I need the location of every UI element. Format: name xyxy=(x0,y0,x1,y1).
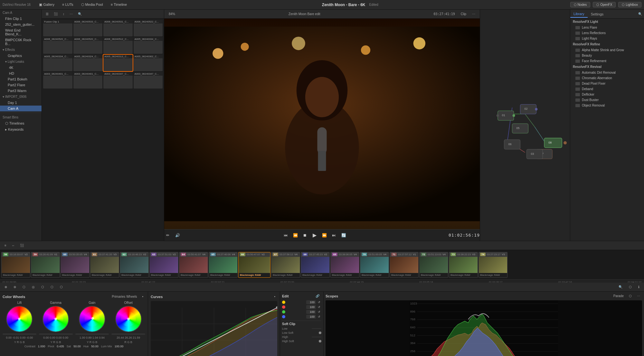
fx-alpha-matte[interactable]: Alpha Matte Shrink and Grow xyxy=(570,47,644,53)
color-tool-3[interactable]: ⬡ xyxy=(21,285,27,289)
clip-a003-3[interactable]: A003_06240347_C... xyxy=(103,72,133,89)
fx-light-rays[interactable]: Light Rays xyxy=(570,36,644,41)
tl-clip-65[interactable]: 65 03:27:40:06 V4 Blackmagic RAW xyxy=(209,252,238,278)
fx-object-removal[interactable]: Object Removal xyxy=(570,103,644,108)
fx-deband[interactable]: Deband xyxy=(570,86,644,92)
reset-r[interactable]: ↺ xyxy=(317,305,321,309)
sidebar-cam-a[interactable]: Cam A xyxy=(0,10,42,16)
fx-section-refine[interactable]: ResolveFX Refine xyxy=(570,41,644,47)
clip-fusion-1[interactable]: Fusion Clip 1 xyxy=(43,20,72,36)
media-search[interactable]: 🔍 xyxy=(76,12,84,16)
sidebar-timelines[interactable]: ⬡ Timelines xyxy=(0,120,42,126)
tl-clip-68[interactable]: 68 03:27:45:23 V2 Blackmagic RAW xyxy=(301,252,330,278)
tab-luts[interactable]: ≡ LUTs xyxy=(59,2,77,8)
reset-b[interactable]: ↺ xyxy=(317,315,321,319)
tl-clip-67[interactable]: 67 03:37:58:12 V4 Blackmagic RAW xyxy=(271,252,300,278)
search-btn[interactable]: 🔍 xyxy=(636,12,644,16)
lift-wheel[interactable] xyxy=(6,306,33,332)
tl-clip-73[interactable]: 73 03:38:22:23 V3 Blackmagic RAW xyxy=(449,252,478,278)
timeline-name[interactable]: Zenith Moon Bare edit xyxy=(287,12,322,16)
sidebar-film-clip[interactable]: Film Clip 1 xyxy=(0,16,42,22)
tl-clip-61[interactable]: 61 03:37:41:20 V3 Blackmagic RAW xyxy=(90,252,119,278)
sidebar-part1[interactable]: Part1 Bokeh xyxy=(0,76,42,82)
tl-tool-3[interactable]: ⬛ xyxy=(18,243,26,248)
tab-settings[interactable]: Settings xyxy=(588,11,607,17)
curves-canvas[interactable] xyxy=(151,301,277,356)
fx-dirt-removal[interactable]: Automatic Dirt Removal xyxy=(570,70,644,75)
tl-clip-74[interactable]: 74 03:27:23:17 V3 Blackmagic RAW xyxy=(478,252,507,278)
color-tool-4[interactable]: ◎ xyxy=(30,285,37,289)
gamma-slider[interactable] xyxy=(39,333,73,335)
sidebar-graphics[interactable]: Graphics xyxy=(0,53,42,59)
fx-section-revival[interactable]: ResolveFX Revival xyxy=(570,64,644,70)
offset-slider[interactable] xyxy=(111,333,145,335)
fx-dust-buster[interactable]: Dust Buster xyxy=(570,97,644,103)
tl-clip-59[interactable]: 59 03:26:41:09 V1 Blackmagic RAW xyxy=(31,252,60,278)
fx-lens-flare[interactable]: Lens Flare xyxy=(570,25,644,30)
clip-a006-6[interactable]: A006_06240512_C... xyxy=(103,37,133,54)
tl-clip-63[interactable]: 63 03:37:51:03 V2 Blackmagic RAW xyxy=(149,252,178,278)
gamma-wheel[interactable] xyxy=(43,306,69,332)
tl-tool-2[interactable]: ↔ xyxy=(10,243,17,248)
color-tool-8[interactable]: 🔍 xyxy=(617,285,624,289)
fx-dead-pixel[interactable]: Dead Pixel Fixer xyxy=(570,81,644,86)
clip-a006-3[interactable]: A006_06240522_C... xyxy=(134,20,163,36)
btn-dot[interactable]: • xyxy=(140,294,145,299)
smart-bins-header[interactable]: Smart Bins xyxy=(0,114,42,120)
btn-stop[interactable]: ⏹ xyxy=(301,232,308,239)
btn-lightbox[interactable]: ⬡ Lightbox xyxy=(618,2,641,7)
media-sort[interactable]: ↕ xyxy=(61,12,66,16)
color-tool-2[interactable]: ⊛ xyxy=(12,285,18,289)
btn-curves-dot[interactable]: • xyxy=(272,294,277,299)
soft-low-value[interactable] xyxy=(312,328,321,329)
scopes-more[interactable]: ⋯ xyxy=(635,294,642,298)
value-y[interactable]: 100 xyxy=(306,300,316,304)
fx-lens-refl[interactable]: Lens Reflections xyxy=(570,30,644,36)
clip-a005-1[interactable]: A005_06240334_C... xyxy=(134,37,163,54)
btn-next-frame[interactable]: ⏩ xyxy=(321,232,328,239)
wheel-dot-lift[interactable] xyxy=(18,318,21,320)
sidebar-effects-section[interactable]: ▾ Effects xyxy=(0,47,42,53)
sidebar-hd[interactable]: HD xyxy=(0,70,42,76)
clip-a003-1[interactable]: A003_06240401_C... xyxy=(43,72,72,89)
scopes-mode[interactable]: Parade xyxy=(611,294,626,298)
tl-clip-60[interactable]: 60 03:50:35:05 V4 Blackmagic RAW xyxy=(61,252,90,278)
primaries-dropdown[interactable]: Primaries Wheels xyxy=(110,294,139,299)
clip-a006-4[interactable]: A006_06240520_C... xyxy=(43,37,72,54)
btn-more[interactable]: ⋯ xyxy=(470,12,477,16)
value-g[interactable]: 100 xyxy=(306,310,316,314)
clip-a005-2[interactable]: A005_06240334_C... xyxy=(43,55,72,71)
wheel-dot-gamma[interactable] xyxy=(54,318,57,320)
clip-a006-1[interactable]: A006_06240533_C... xyxy=(73,20,103,36)
tl-clip-62[interactable]: 62 03:16:46:23 V2 Blackmagic RAW xyxy=(120,252,149,278)
btn-clip-dropdown[interactable]: Clip xyxy=(459,12,468,16)
tl-clip-69[interactable]: 69 03:38:06:05 V4 Blackmagic RAW xyxy=(330,252,359,278)
value-b[interactable]: 100 xyxy=(306,315,316,319)
sidebar-import[interactable]: ▾ IMPORT_0906 xyxy=(0,94,42,100)
btn-edit-link[interactable]: 🔗 xyxy=(314,294,321,298)
btn-nodes[interactable]: ⬡ Nodes xyxy=(570,2,591,7)
sidebar-keywords[interactable]: ▸ Keywords xyxy=(0,126,42,133)
media-view-grid[interactable]: ⬛ xyxy=(52,12,60,16)
media-view-list[interactable]: ☰ xyxy=(44,12,51,16)
tl-clip-58[interactable]: 58 03:16:33:07 V2 Blackmagic RAW xyxy=(1,252,30,278)
clip-a006-2[interactable]: A006_06240531_C... xyxy=(103,20,133,36)
sidebar-stem[interactable]: 252_stem_gutter... xyxy=(0,22,42,27)
offset-wheel[interactable] xyxy=(115,306,142,332)
viewer-zoom[interactable]: 84% xyxy=(167,12,177,16)
media-filter[interactable]: ⋯ xyxy=(68,12,75,16)
fx-chromatic[interactable]: Chromatic Aberration xyxy=(570,75,644,81)
fx-beauty[interactable]: Beauty xyxy=(570,53,644,58)
reset-y[interactable]: ↺ xyxy=(317,300,321,304)
gain-wheel[interactable] xyxy=(79,306,105,332)
clip-a005-5[interactable]: A005_06240302_C... xyxy=(134,55,163,71)
tab-timeline[interactable]: ≡ Timeline xyxy=(108,2,130,8)
color-tool-10[interactable]: ℹ xyxy=(636,285,641,289)
btn-play[interactable]: ▶ xyxy=(311,232,318,239)
color-tool-7[interactable]: ⬡ xyxy=(58,285,65,289)
tl-clip-72[interactable]: 72 03:51:13:03 V4 Blackmagic RAW xyxy=(419,252,448,278)
tl-clip-70[interactable]: 70 03:51:00:05 V4 Blackmagic RAW xyxy=(360,252,389,278)
sidebar-light-leaks[interactable]: ▾ Light Leaks xyxy=(0,59,42,65)
sidebar-part3[interactable]: Part3 Warm xyxy=(0,88,42,94)
sidebar-cam-a-active[interactable]: Cam A xyxy=(0,106,42,111)
